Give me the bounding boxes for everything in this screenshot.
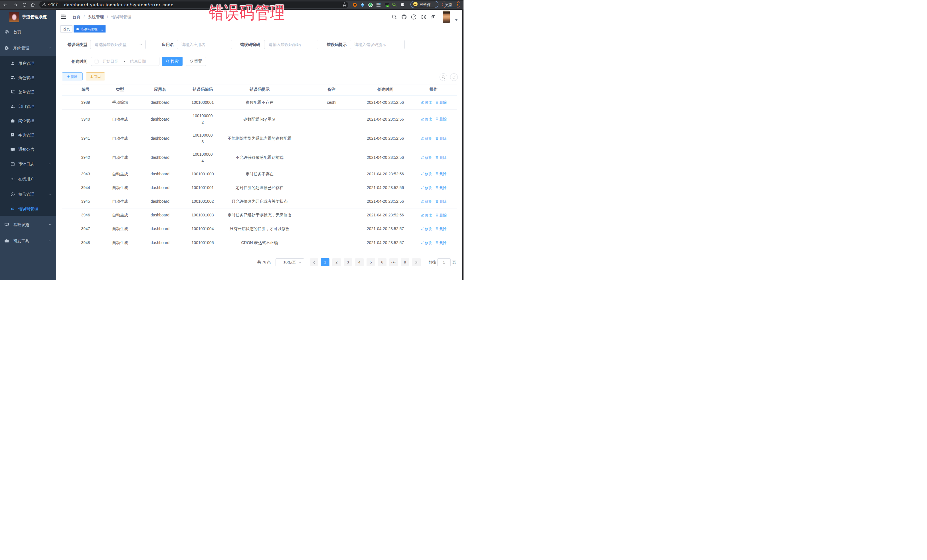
svg-text:on: on (386, 5, 388, 7)
